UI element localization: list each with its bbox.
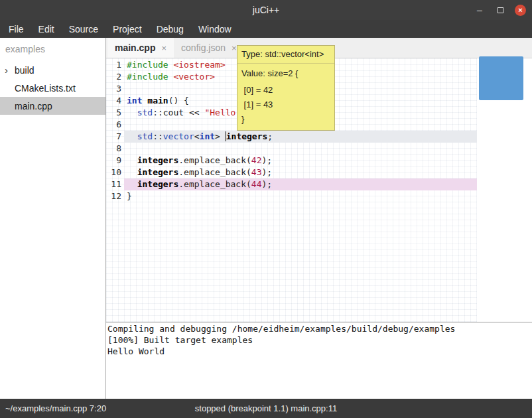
code-token: 43: [251, 167, 262, 177]
line-number: 2: [106, 71, 124, 83]
file-tree: ›buildCMakeLists.txtmain.cpp: [0, 61, 105, 115]
menu-item-source[interactable]: Source: [62, 20, 105, 38]
code-line[interactable]: 8: [106, 143, 477, 155]
line-number: 8: [106, 143, 124, 155]
code-line[interactable]: 12}: [106, 190, 477, 202]
tree-item-label: build: [15, 65, 34, 76]
sidebar-file-tree: examples ›buildCMakeLists.txtmain.cpp: [0, 38, 106, 399]
output-line: [100%] Built target examples: [107, 334, 532, 346]
code-token: >: [215, 131, 226, 141]
code-token: integers: [137, 179, 179, 189]
close-button[interactable]: ×: [515, 5, 526, 16]
line-number: 3: [106, 83, 124, 95]
code-text[interactable]: integers.emplace_back(44);: [124, 178, 477, 190]
line-number: 5: [106, 107, 124, 119]
line-number: 9: [106, 155, 124, 167]
code-token: () {: [168, 96, 189, 105]
close-icon: ×: [518, 7, 522, 14]
line-number: 10: [106, 167, 124, 178]
output-line: Hello World: [107, 346, 532, 357]
code-token: .emplace_back(: [178, 155, 251, 165]
code-token: ;: [267, 131, 273, 141]
code-token: std: [137, 107, 153, 117]
code-text[interactable]: [124, 143, 477, 155]
menu-item-debug[interactable]: Debug: [149, 20, 191, 38]
line-number: 1: [106, 59, 124, 71]
status-debug-state: stopped (breakpoint 1.1) main.cpp:11: [195, 403, 337, 413]
code-token: std: [137, 131, 153, 141]
tooltip-value-line: [0] = 42: [241, 83, 330, 98]
code-token: vector: [163, 131, 194, 141]
chevron-right-icon[interactable]: ›: [5, 65, 8, 75]
code-token: integers: [226, 131, 268, 141]
code-token: [127, 155, 137, 165]
code-token: );: [262, 155, 273, 165]
code-token: );: [262, 179, 273, 189]
scrollbar-overview-thumb[interactable]: [479, 56, 523, 100]
tooltip-value-line: [1] = 43: [241, 98, 330, 112]
tree-item-label: CMakeLists.txt: [15, 83, 76, 94]
line-number: 4: [106, 95, 124, 107]
code-token: }: [127, 191, 132, 201]
tooltip-type-line: Type: std::vector<int>: [237, 46, 334, 64]
code-text[interactable]: integers.emplace_back(43);: [124, 167, 477, 178]
code-token: [127, 167, 137, 177]
line-number: 12: [106, 190, 124, 202]
tree-item-build[interactable]: ›build: [0, 61, 105, 79]
code-token: [127, 179, 137, 189]
code-token: integers: [137, 155, 179, 165]
debug-tooltip: Type: std::vector<int> Value: size=2 { […: [237, 45, 335, 131]
tab-main-cpp[interactable]: main.cpp×: [107, 38, 174, 58]
tab-label: config.json: [181, 42, 226, 53]
window-title: juCi++: [0, 5, 532, 15]
tooltip-value-block: Value: size=2 { [0] = 42 [1] = 43 }: [237, 64, 334, 130]
window-controls: – ×: [474, 0, 526, 20]
menu-item-edit[interactable]: Edit: [31, 20, 62, 38]
code-text[interactable]: std::vector<int> integers;: [124, 131, 477, 143]
statusbar: ~/examples/main.cpp 7:20 stopped (breakp…: [0, 399, 532, 418]
tab-close-icon[interactable]: ×: [232, 43, 237, 53]
code-token: ::: [153, 131, 163, 141]
code-token: int: [127, 96, 142, 105]
maximize-button[interactable]: [494, 4, 506, 16]
code-token: <vector>: [173, 72, 215, 82]
menu-item-window[interactable]: Window: [191, 20, 239, 38]
line-number: 7: [106, 131, 124, 143]
code-text[interactable]: }: [124, 190, 477, 202]
code-token: 44: [251, 179, 262, 189]
tab-label: main.cpp: [115, 42, 155, 53]
code-token: ::cout <<: [153, 107, 204, 117]
code-token: <: [194, 131, 200, 141]
code-token: main: [147, 96, 168, 105]
tooltip-value-line: }: [241, 112, 330, 127]
minimize-button[interactable]: –: [474, 4, 486, 16]
editor-pane: main.cpp×config.json× 1#include <iostrea…: [106, 38, 532, 399]
tab-close-icon[interactable]: ×: [161, 43, 166, 53]
tree-item-cmakelists-txt[interactable]: CMakeLists.txt: [0, 79, 105, 97]
menu-item-file[interactable]: File: [1, 20, 31, 38]
code-token: 42: [251, 155, 262, 165]
code-token: <iostream>: [173, 60, 225, 70]
code-token: integers: [137, 167, 179, 177]
output-panel[interactable]: Compiling and debugging /home/eidheim/ex…: [106, 322, 532, 399]
app-window: juCi++ – × FileEditSourceProjectDebugWin…: [0, 0, 532, 418]
code-token: );: [262, 167, 273, 177]
status-file-position: ~/examples/main.cpp 7:20: [5, 403, 106, 413]
code-token: [127, 107, 137, 117]
code-line[interactable]: 11 integers.emplace_back(44);: [106, 178, 477, 190]
line-number: 11: [106, 178, 124, 190]
code-line[interactable]: 7 std::vector<int> integers;: [106, 131, 477, 143]
code-token: int: [200, 131, 215, 141]
code-line[interactable]: 9 integers.emplace_back(42);: [106, 155, 477, 167]
output-line: Compiling and debugging /home/eidheim/ex…: [107, 323, 532, 334]
code-text[interactable]: integers.emplace_back(42);: [124, 155, 477, 167]
menu-item-project[interactable]: Project: [105, 20, 149, 38]
tree-item-main-cpp[interactable]: main.cpp: [0, 97, 105, 115]
code-line[interactable]: 10 integers.emplace_back(43);: [106, 167, 477, 178]
tab-config-json[interactable]: config.json×: [174, 38, 244, 58]
tree-item-label: main.cpp: [15, 101, 52, 111]
code-token: .emplace_back(: [178, 179, 251, 189]
code-token: .emplace_back(: [178, 167, 251, 177]
maximize-icon: [498, 7, 503, 13]
titlebar[interactable]: juCi++ – ×: [0, 0, 532, 20]
